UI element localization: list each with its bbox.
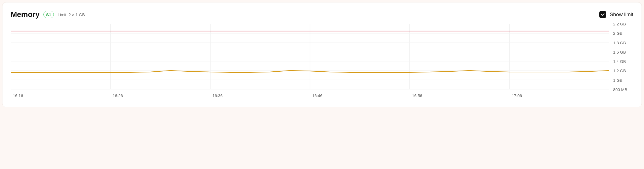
y-tick-label: 1.8 GB xyxy=(613,40,626,45)
chart-header-right: Show limit xyxy=(599,11,633,18)
x-tick-label: 16:16 xyxy=(13,93,23,98)
chart-title: Memory xyxy=(11,10,40,19)
chart-svg xyxy=(11,24,609,89)
y-tick-label: 1.6 GB xyxy=(613,49,626,54)
chart-header-left: Memory S1 Limit: 2 × 1 GB xyxy=(11,10,85,19)
x-tick-label: 16:36 xyxy=(212,93,223,98)
x-tick-label: 16:26 xyxy=(113,93,123,98)
x-tick-label: 16:56 xyxy=(412,93,422,98)
x-tick-label: 17:06 xyxy=(512,93,522,98)
show-limit-checkbox[interactable] xyxy=(599,11,606,18)
y-tick-label: 2.2 GB xyxy=(613,22,626,26)
y-tick-label: 1.4 GB xyxy=(613,59,626,64)
show-limit-label: Show limit xyxy=(610,11,633,18)
y-tick-label: 2 GB xyxy=(613,31,622,36)
chart-header: Memory S1 Limit: 2 × 1 GB Show limit xyxy=(11,10,633,19)
limit-label: Limit: 2 × 1 GB xyxy=(58,12,85,17)
x-tick-label: 16:46 xyxy=(312,93,323,98)
y-axis-labels: 2.2 GB2 GB1.8 GB1.6 GB1.4 GB1.2 GB1 GB80… xyxy=(611,24,633,89)
y-tick-label: 1.2 GB xyxy=(613,68,626,73)
check-icon xyxy=(601,12,605,17)
series-badge: S1 xyxy=(43,11,54,18)
chart-area: 2.2 GB2 GB1.8 GB1.6 GB1.4 GB1.2 GB1 GB80… xyxy=(11,24,633,100)
chart-plot[interactable] xyxy=(11,24,609,89)
y-tick-label: 1 GB xyxy=(613,78,622,82)
x-axis-labels: 16:1616:2616:3616:4616:5617:06 xyxy=(11,91,609,100)
y-tick-label: 800 MB xyxy=(613,87,627,92)
memory-chart-card: Memory S1 Limit: 2 × 1 GB Show limit 2.2… xyxy=(2,2,642,107)
